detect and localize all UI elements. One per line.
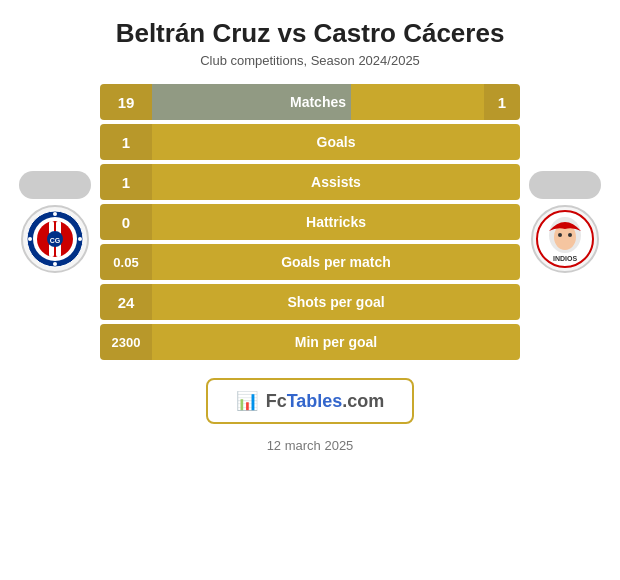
stat-row-hattricks: 0 Hattricks bbox=[100, 204, 520, 240]
stat-label-matches: Matches bbox=[152, 94, 484, 110]
stat-row-assists: 1 Assists bbox=[100, 164, 520, 200]
stats-column: 19 Matches 1 1 Goals 1 Assists 0 Hattr bbox=[100, 84, 520, 360]
stat-bar-goals: Goals bbox=[152, 124, 520, 160]
stat-row-shots-per-goal: 24 Shots per goal bbox=[100, 284, 520, 320]
fctables-icon: 📊 bbox=[236, 390, 258, 412]
stat-row-min-per-goal: 2300 Min per goal bbox=[100, 324, 520, 360]
stat-left-assists: 1 bbox=[100, 164, 152, 200]
svg-point-7 bbox=[53, 212, 57, 216]
fctables-text: FcTables.com bbox=[266, 391, 385, 412]
stat-row-matches: 19 Matches 1 bbox=[100, 84, 520, 120]
stat-bar-hattricks: Hattricks bbox=[152, 204, 520, 240]
stat-left-min-per-goal: 2300 bbox=[100, 324, 152, 360]
stat-label-assists: Assists bbox=[152, 174, 520, 190]
svg-point-10 bbox=[78, 237, 82, 241]
svg-point-14 bbox=[558, 233, 562, 237]
stat-label-goals-per-match: Goals per match bbox=[152, 254, 520, 270]
stat-label-min-per-goal: Min per goal bbox=[152, 334, 520, 350]
svg-text:CG: CG bbox=[50, 237, 61, 244]
stat-bar-min-per-goal: Min per goal bbox=[152, 324, 520, 360]
stat-left-hattricks: 0 bbox=[100, 204, 152, 240]
stat-right-matches: 1 bbox=[484, 84, 520, 120]
page-subtitle: Club competitions, Season 2024/2025 bbox=[116, 53, 505, 68]
right-grey-pill bbox=[529, 171, 601, 199]
right-club-logo: INDIOS bbox=[531, 205, 599, 273]
stat-bar-matches: Matches bbox=[152, 84, 484, 120]
svg-point-15 bbox=[568, 233, 572, 237]
stat-bar-shots-per-goal: Shots per goal bbox=[152, 284, 520, 320]
fctables-badge: 📊 FcTables.com bbox=[206, 378, 415, 424]
stat-left-matches: 19 bbox=[100, 84, 152, 120]
stat-row-goals-per-match: 0.05 Goals per match bbox=[100, 244, 520, 280]
svg-point-9 bbox=[28, 237, 32, 241]
svg-text:INDIOS: INDIOS bbox=[553, 255, 577, 262]
stat-left-shots-per-goal: 24 bbox=[100, 284, 152, 320]
page-header: Beltrán Cruz vs Castro Cáceres Club comp… bbox=[96, 0, 525, 74]
stat-label-shots-per-goal: Shots per goal bbox=[152, 294, 520, 310]
main-content: CG 19 Matches 1 1 Goals bbox=[0, 74, 620, 360]
match-date: 12 march 2025 bbox=[267, 438, 354, 453]
stat-label-hattricks: Hattricks bbox=[152, 214, 520, 230]
stat-bar-assists: Assists bbox=[152, 164, 520, 200]
left-team-area: CG bbox=[10, 171, 100, 273]
stat-left-goals: 1 bbox=[100, 124, 152, 160]
svg-point-8 bbox=[53, 262, 57, 266]
stat-bar-goals-per-match: Goals per match bbox=[152, 244, 520, 280]
left-club-logo: CG bbox=[21, 205, 89, 273]
date-footer: 12 march 2025 bbox=[267, 438, 354, 453]
right-team-area: INDIOS bbox=[520, 171, 610, 273]
page-title: Beltrán Cruz vs Castro Cáceres bbox=[116, 18, 505, 49]
stat-label-goals: Goals bbox=[152, 134, 520, 150]
stat-row-goals: 1 Goals bbox=[100, 124, 520, 160]
left-grey-pill bbox=[19, 171, 91, 199]
stat-left-goals-per-match: 0.05 bbox=[100, 244, 152, 280]
